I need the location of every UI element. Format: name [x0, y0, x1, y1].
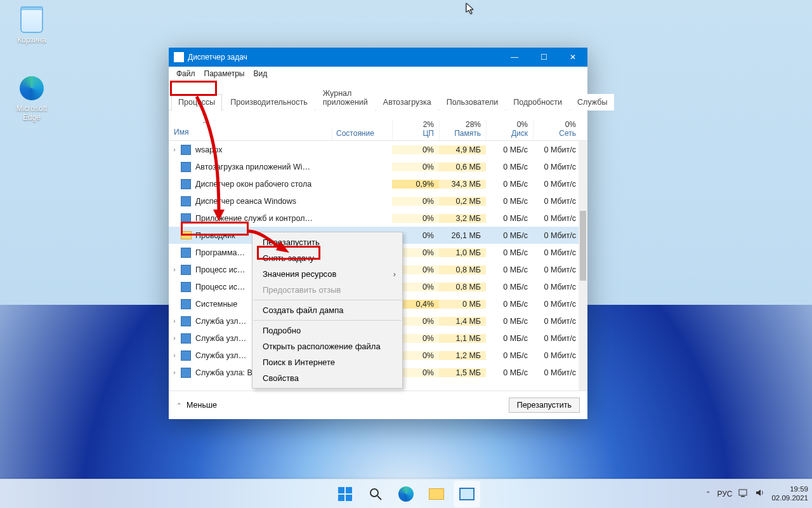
taskbar-edge[interactable]: [393, 481, 419, 507]
search-icon: [368, 486, 383, 502]
process-row[interactable]: Приложение служб и контрол…0%3,2 МБ0 МБ/…: [169, 210, 587, 227]
process-cpu: 0,9%: [392, 180, 439, 189]
process-mem: 34,3 МБ: [439, 180, 486, 189]
tray-network-icon[interactable]: [738, 488, 749, 499]
ctx-sep-1: [253, 300, 402, 300]
minimize-button[interactable]: —: [500, 48, 529, 67]
tray-clock[interactable]: 19:59 02.09.2021: [771, 485, 808, 502]
process-net: 0 Мбит/с: [533, 283, 579, 291]
recycle-bin-label: Корзина: [8, 36, 56, 44]
tray-overflow-icon[interactable]: ⌃: [705, 490, 710, 497]
process-icon: [180, 231, 192, 241]
scrollbar-thumb[interactable]: [580, 211, 586, 281]
process-mem: 1,4 МБ: [439, 317, 486, 326]
ctx-resource-values[interactable]: Значения ресурсов: [252, 266, 402, 282]
process-icon: [180, 282, 192, 292]
windows-logo-icon: [338, 487, 352, 501]
process-name: Приложение служб и контрол…: [195, 214, 341, 223]
process-disk: 0 МБ/с: [486, 163, 533, 171]
tab-details[interactable]: Подробности: [506, 94, 569, 110]
process-icon: [180, 213, 192, 224]
process-row[interactable]: Автозагрузка приложений Wi…0%0,6 МБ0 МБ/…: [169, 158, 587, 175]
expand-icon[interactable]: ›: [169, 266, 180, 273]
col-net[interactable]: Сеть: [534, 129, 576, 138]
taskbar-running-app[interactable]: [454, 481, 480, 507]
expand-icon[interactable]: ›: [169, 335, 180, 342]
tab-services[interactable]: Службы: [570, 94, 614, 110]
process-cpu: 0%: [392, 163, 439, 171]
taskbar-search[interactable]: [362, 481, 389, 507]
ctx-properties[interactable]: Свойства: [252, 370, 402, 386]
menu-file[interactable]: Файл: [173, 68, 199, 79]
col-disk[interactable]: Диск: [487, 129, 528, 138]
process-net: 0 Мбит/с: [533, 300, 579, 309]
menu-options[interactable]: Параметры: [200, 68, 249, 79]
process-icon: [180, 162, 192, 172]
tray-language[interactable]: РУС: [717, 490, 732, 498]
tab-startup[interactable]: Автозагрузка: [376, 94, 438, 110]
svg-line-3: [377, 496, 381, 500]
process-net: 0 Мбит/с: [533, 145, 579, 154]
tray-volume-icon[interactable]: [755, 488, 765, 499]
tray-time: 19:59: [771, 485, 808, 493]
taskbar-explorer[interactable]: [423, 481, 450, 507]
process-net: 0 Мбит/с: [533, 368, 579, 377]
restart-button[interactable]: Перезапустить: [509, 398, 580, 413]
menu-view[interactable]: Вид: [249, 68, 271, 79]
recycle-bin-icon: [18, 6, 45, 33]
process-name: Автозагрузка приложений Wi…: [195, 163, 341, 171]
process-icon: [180, 368, 192, 378]
ctx-create-dump[interactable]: Создать файл дампа: [252, 302, 402, 318]
process-disk: 0 МБ/с: [486, 283, 533, 291]
desktop-icon-recycle-bin[interactable]: Корзина: [8, 6, 56, 44]
tab-processes[interactable]: Процессы: [171, 94, 222, 110]
sort-caret-icon: ⌃: [202, 121, 327, 128]
process-mem: 0,6 МБ: [439, 163, 486, 171]
ctx-end-task[interactable]: Снять задачу: [252, 250, 402, 266]
col-state[interactable]: Состояние: [336, 129, 387, 138]
process-name: Диспетчер сеанса Windows: [195, 197, 341, 206]
window-title: Диспетчер задач: [188, 53, 247, 62]
col-mem[interactable]: Память: [440, 129, 481, 138]
col-name[interactable]: Имя: [174, 128, 327, 137]
process-cpu: 0%: [392, 145, 439, 154]
ctx-search-online[interactable]: Поиск в Интернете: [252, 354, 402, 370]
process-cpu: 0%: [392, 197, 439, 206]
process-row[interactable]: ›wsappx0%4,9 МБ0 МБ/с0 Мбит/с: [169, 141, 587, 158]
process-icon: [180, 299, 192, 309]
process-disk: 0 МБ/с: [486, 334, 533, 343]
expand-icon[interactable]: ›: [169, 369, 180, 376]
ctx-open-location[interactable]: Открыть расположение файла: [252, 338, 402, 354]
app-icon: [174, 52, 184, 62]
ctx-details[interactable]: Подробно: [252, 323, 402, 338]
process-mem: 0,8 МБ: [439, 265, 486, 274]
process-icon: [180, 248, 192, 258]
process-net: 0 Мбит/с: [533, 265, 579, 274]
process-row[interactable]: Диспетчер сеанса Windows0%0,2 МБ0 МБ/с0 …: [169, 192, 587, 210]
fewer-details-link[interactable]: Меньше: [187, 401, 217, 410]
mem-pct: 28%: [440, 120, 481, 129]
expand-icon[interactable]: ›: [169, 318, 180, 324]
maximize-button[interactable]: ☐: [529, 48, 558, 67]
start-button[interactable]: [332, 481, 358, 507]
titlebar[interactable]: Диспетчер задач — ☐ ✕: [169, 48, 587, 67]
process-icon: [180, 179, 192, 189]
mouse-cursor: [466, 3, 475, 15]
tab-performance[interactable]: Производительность: [223, 94, 314, 110]
process-icon: [180, 265, 192, 275]
expand-icon[interactable]: ›: [169, 146, 180, 153]
process-disk: 0 МБ/с: [486, 214, 533, 223]
process-disk: 0 МБ/с: [486, 368, 533, 377]
process-row[interactable]: Диспетчер окон рабочего стола0,9%34,3 МБ…: [169, 175, 587, 192]
process-mem: 0,2 МБ: [439, 197, 486, 206]
process-cpu: 0%: [392, 214, 439, 223]
expand-icon[interactable]: ›: [169, 352, 180, 359]
tab-users[interactable]: Пользователи: [440, 94, 506, 110]
tab-app-history[interactable]: Журнал приложений: [316, 85, 375, 110]
tabs: Процессы Производительность Журнал прило…: [169, 81, 587, 110]
col-cpu[interactable]: ЦП: [393, 129, 434, 138]
desktop-icon-edge[interactable]: Microsoft Edge: [8, 75, 56, 122]
close-button[interactable]: ✕: [558, 48, 587, 67]
ctx-restart[interactable]: Перезапустить: [252, 234, 402, 250]
vertical-scrollbar[interactable]: [579, 141, 587, 391]
